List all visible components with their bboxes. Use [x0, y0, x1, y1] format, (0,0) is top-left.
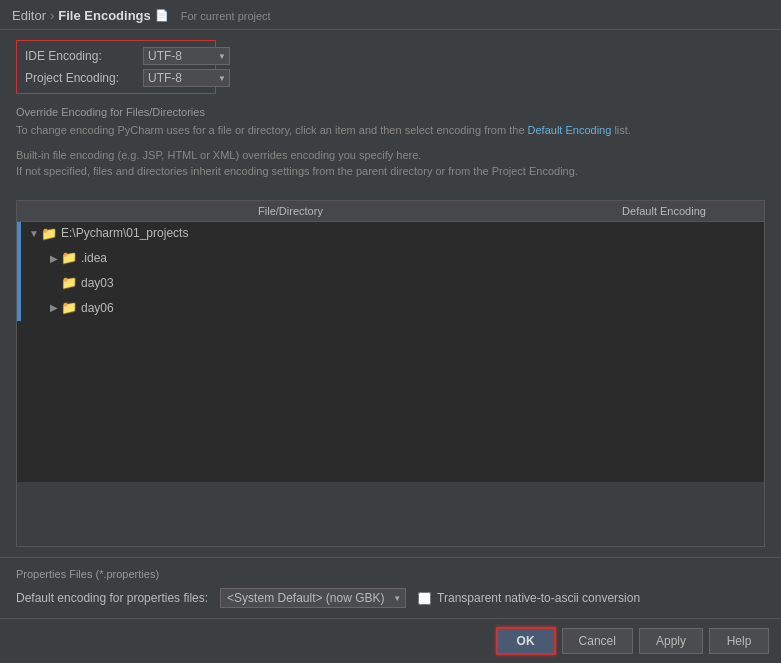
- breadcrumb-note: For current project: [181, 10, 271, 22]
- ok-button[interactable]: OK: [496, 627, 556, 655]
- col-encoding-header: Default Encoding: [564, 201, 764, 221]
- tree-label-day03: day03: [81, 274, 114, 293]
- breadcrumb: Editor › File Encodings 📄 For current pr…: [0, 0, 781, 30]
- override-desc2: Built-in file encoding (e.g. JSP, HTML o…: [16, 147, 765, 180]
- properties-select-wrapper[interactable]: <System Default> (now GBK) UTF-8 ISO-885…: [220, 588, 406, 608]
- tree-content: ▼ 📁 E:\Pycharm\01_projects ▶ 📁 .idea: [23, 222, 764, 321]
- table-header: File/Directory Default Encoding: [17, 201, 764, 222]
- tree-label-root: E:\Pycharm\01_projects: [61, 224, 188, 243]
- properties-encoding-select[interactable]: <System Default> (now GBK) UTF-8 ISO-885…: [220, 588, 406, 608]
- transparent-conversion-label: Transparent native-to-ascii conversion: [437, 591, 640, 605]
- breadcrumb-separator: ›: [50, 8, 54, 23]
- ide-encoding-row: IDE Encoding: UTF-8 UTF-16 ISO-8859-1 GB…: [25, 47, 207, 65]
- transparent-conversion-wrapper[interactable]: Transparent native-to-ascii conversion: [418, 591, 640, 605]
- override-desc1-text: To change encoding PyCharm uses for a fi…: [16, 124, 528, 136]
- apply-button[interactable]: Apply: [639, 628, 703, 654]
- tree-label-day06: day06: [81, 299, 114, 318]
- project-encoding-row: Project Encoding: UTF-8 UTF-16 ISO-8859-…: [25, 69, 207, 87]
- accent-bar: [17, 222, 21, 321]
- settings-container: Editor › File Encodings 📄 For current pr…: [0, 0, 781, 663]
- file-table-wrapper: File/Directory Default Encoding ▼ 📁 E:\P…: [16, 196, 765, 548]
- override-title: Override Encoding for Files/Directories: [16, 106, 765, 118]
- project-encoding-select-wrapper[interactable]: UTF-8 UTF-16 ISO-8859-1 GBK: [143, 69, 230, 87]
- encoding-top-section: IDE Encoding: UTF-8 UTF-16 ISO-8859-1 GB…: [16, 40, 216, 94]
- ide-encoding-select[interactable]: UTF-8 UTF-16 ISO-8859-1 GBK: [143, 47, 230, 65]
- properties-label: Default encoding for properties files:: [16, 591, 208, 605]
- tree-toggle-idea[interactable]: ▶: [47, 251, 61, 267]
- table-body: ▼ 📁 E:\Pycharm\01_projects ▶ 📁 .idea: [17, 222, 764, 482]
- folder-icon-root: 📁: [41, 224, 57, 245]
- left-accent-bar: ▼ 📁 E:\Pycharm\01_projects ▶ 📁 .idea: [17, 222, 764, 321]
- tree-toggle-day06[interactable]: ▶: [47, 300, 61, 316]
- breadcrumb-parent: Editor: [12, 8, 46, 23]
- tree-item-idea[interactable]: ▶ 📁 .idea: [23, 246, 764, 271]
- tree-label-idea: .idea: [81, 249, 107, 268]
- breadcrumb-current: File Encodings: [58, 8, 150, 23]
- ide-encoding-select-wrapper[interactable]: UTF-8 UTF-16 ISO-8859-1 GBK: [143, 47, 230, 65]
- col-file-header: File/Directory: [17, 201, 564, 221]
- tree-toggle-root[interactable]: ▼: [27, 226, 41, 242]
- override-desc3-text: If not specified, files and directories …: [16, 165, 578, 177]
- tree-item-root[interactable]: ▼ 📁 E:\Pycharm\01_projects: [23, 222, 764, 247]
- properties-row: Default encoding for properties files: <…: [16, 588, 765, 608]
- properties-section: Properties Files (*.properties) Default …: [0, 557, 781, 618]
- project-encoding-label: Project Encoding:: [25, 71, 135, 85]
- override-section: Override Encoding for Files/Directories …: [16, 106, 765, 188]
- folder-icon-idea: 📁: [61, 248, 77, 269]
- override-desc2-text: Built-in file encoding (e.g. JSP, HTML o…: [16, 149, 421, 161]
- note-icon: 📄: [155, 9, 169, 22]
- properties-title: Properties Files (*.properties): [16, 568, 765, 580]
- cancel-button[interactable]: Cancel: [562, 628, 633, 654]
- override-desc1: To change encoding PyCharm uses for a fi…: [16, 122, 765, 139]
- override-desc1-suffix: list.: [611, 124, 631, 136]
- bottom-bar: OK Cancel Apply Help: [0, 618, 781, 663]
- tree-item-day06[interactable]: ▶ 📁 day06: [23, 296, 764, 321]
- project-encoding-select[interactable]: UTF-8 UTF-16 ISO-8859-1 GBK: [143, 69, 230, 87]
- ide-encoding-label: IDE Encoding:: [25, 49, 135, 63]
- transparent-conversion-checkbox[interactable]: [418, 592, 431, 605]
- folder-icon-day06: 📁: [61, 298, 77, 319]
- override-desc1-highlight: Default Encoding: [528, 124, 612, 136]
- tree-item-day03[interactable]: 📁 day03: [23, 271, 764, 296]
- main-content: IDE Encoding: UTF-8 UTF-16 ISO-8859-1 GB…: [0, 30, 781, 557]
- file-table: File/Directory Default Encoding ▼ 📁 E:\P…: [16, 200, 765, 548]
- help-button[interactable]: Help: [709, 628, 769, 654]
- folder-icon-day03: 📁: [61, 273, 77, 294]
